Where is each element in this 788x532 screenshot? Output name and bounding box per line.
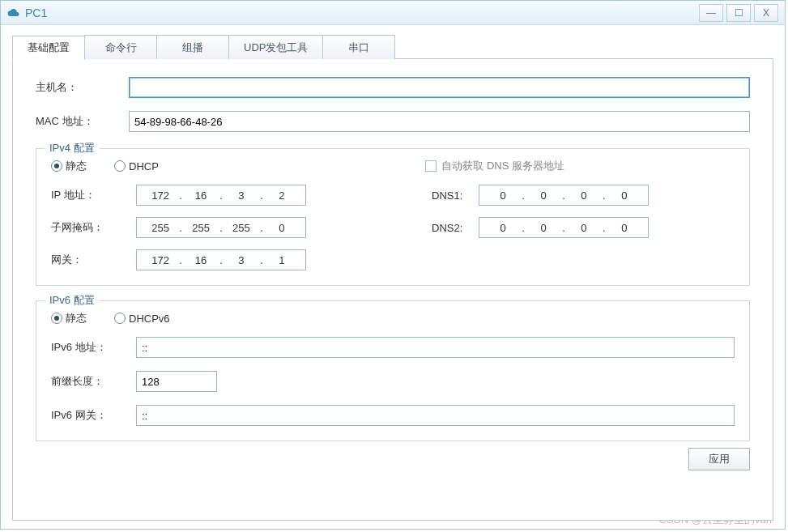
button-label: 应用 bbox=[709, 453, 730, 465]
ip-octet: 255 bbox=[230, 222, 253, 234]
ip-octet: 3 bbox=[230, 254, 253, 266]
app-window: PC1 — ☐ X 基础配置 命令行 组播 UDP发包工具 串口 主机名： MA… bbox=[0, 0, 786, 530]
mac-input[interactable] bbox=[129, 111, 750, 132]
ipv4-mode-row: 静态 DHCP 自动获取 DNS 服务器地址 bbox=[51, 159, 735, 173]
ip-label: IP 地址： bbox=[51, 188, 136, 202]
mask-label: 子网掩码： bbox=[51, 220, 136, 235]
tab-serial[interactable]: 串口 bbox=[322, 35, 395, 59]
ipv6-static-radio[interactable]: 静态 bbox=[51, 311, 87, 326]
hostname-input[interactable] bbox=[129, 77, 750, 98]
subnet-mask-input[interactable]: 255. 255. 255. 0 bbox=[136, 217, 306, 238]
radio-label: 静态 bbox=[66, 159, 87, 173]
ip-octet: 1 bbox=[270, 254, 293, 266]
ipv6-prefix-row: 前缀长度： bbox=[51, 371, 735, 392]
ipv6-addr-input[interactable] bbox=[136, 337, 735, 358]
ip-octet: 0 bbox=[270, 222, 293, 234]
hostname-row: 主机名： bbox=[36, 77, 750, 98]
radio-dot-icon bbox=[51, 313, 62, 324]
ipv4-fieldset: IPv4 配置 静态 DHCP 自动获取 DNS 服务器地址 bbox=[36, 148, 750, 286]
ip-octet: 16 bbox=[190, 254, 212, 266]
ipv6-gw-input[interactable] bbox=[136, 405, 735, 426]
tab-udp-tool[interactable]: UDP发包工具 bbox=[228, 35, 323, 59]
radio-dot-icon bbox=[51, 160, 62, 172]
tab-label: 串口 bbox=[348, 40, 369, 55]
ipv6-dhcp-radio[interactable]: DHCPv6 bbox=[114, 313, 170, 325]
dns1-label: DNS1: bbox=[432, 189, 479, 202]
ipv6-addr-label: IPv6 地址： bbox=[51, 340, 136, 355]
radio-dot-icon bbox=[114, 313, 126, 324]
ip-octet: 3 bbox=[230, 189, 253, 202]
ip-octet: 172 bbox=[149, 254, 172, 266]
ipv6-gw-label: IPv6 网关： bbox=[51, 408, 136, 423]
ip-octet: 0 bbox=[532, 189, 555, 202]
content-area: 基础配置 命令行 组播 UDP发包工具 串口 主机名： MAC 地址： IPv4… bbox=[1, 25, 785, 529]
dns2-input[interactable]: 0. 0. 0. 0 bbox=[479, 217, 649, 238]
ip-octet: 2 bbox=[270, 189, 293, 202]
ipv6-legend: IPv6 配置 bbox=[45, 293, 100, 308]
checkbox-icon bbox=[425, 160, 437, 172]
dns1-input[interactable]: 0. 0. 0. 0 bbox=[479, 185, 649, 206]
tab-label: 命令行 bbox=[105, 40, 137, 55]
auto-dns-checkbox[interactable]: 自动获取 DNS 服务器地址 bbox=[425, 159, 564, 173]
mac-label: MAC 地址： bbox=[36, 114, 129, 129]
close-button[interactable]: X bbox=[754, 4, 778, 22]
ipv6-addr-row: IPv6 地址： bbox=[51, 337, 735, 358]
apply-button[interactable]: 应用 bbox=[688, 448, 750, 470]
ip-octet: 0 bbox=[613, 222, 636, 234]
ip-octet: 255 bbox=[149, 222, 172, 234]
ipv6-prefix-input[interactable] bbox=[136, 371, 217, 392]
ip-dns1-row: IP 地址： 172. 16. 3. 2 DNS1: 0. 0. bbox=[51, 185, 735, 206]
tab-label: 组播 bbox=[182, 40, 203, 55]
ipv4-static-radio[interactable]: 静态 bbox=[51, 159, 87, 173]
tab-basic-config[interactable]: 基础配置 bbox=[12, 36, 85, 60]
ip-octet: 0 bbox=[573, 222, 595, 234]
gateway-row: 网关： 172. 16. 3. 1 bbox=[51, 249, 735, 270]
cloud-icon bbox=[7, 6, 20, 19]
ip-address-input[interactable]: 172. 16. 3. 2 bbox=[136, 185, 306, 206]
ip-octet: 0 bbox=[613, 189, 636, 202]
gateway-input[interactable]: 172. 16. 3. 1 bbox=[136, 249, 306, 270]
tab-cli[interactable]: 命令行 bbox=[84, 35, 157, 59]
radio-label: DHCP bbox=[129, 160, 159, 172]
ip-octet: 0 bbox=[573, 189, 595, 202]
mask-dns2-row: 子网掩码： 255. 255. 255. 0 DNS2: 0. 0. bbox=[51, 217, 735, 238]
tab-panel: 主机名： MAC 地址： IPv4 配置 静态 DHCP bbox=[12, 58, 773, 521]
radio-label: DHCPv6 bbox=[129, 313, 170, 325]
ip-octet: 0 bbox=[532, 222, 555, 234]
title-bar: PC1 — ☐ X bbox=[1, 1, 785, 25]
window-title: PC1 bbox=[25, 6, 47, 19]
checkbox-label: 自动获取 DNS 服务器地址 bbox=[441, 159, 564, 173]
ipv4-dhcp-radio[interactable]: DHCP bbox=[114, 160, 159, 172]
tab-label: UDP发包工具 bbox=[244, 40, 308, 55]
gateway-label: 网关： bbox=[51, 253, 136, 267]
ip-octet: 172 bbox=[149, 189, 172, 202]
tab-bar: 基础配置 命令行 组播 UDP发包工具 串口 bbox=[12, 35, 773, 59]
hostname-label: 主机名： bbox=[36, 80, 129, 95]
ipv6-prefix-label: 前缀长度： bbox=[51, 374, 136, 389]
ipv6-gw-row: IPv6 网关： bbox=[51, 405, 735, 426]
ipv6-mode-row: 静态 DHCPv6 bbox=[51, 311, 735, 326]
radio-label: 静态 bbox=[66, 311, 87, 326]
ip-octet: 255 bbox=[190, 222, 212, 234]
ip-octet: 0 bbox=[492, 189, 514, 202]
ipv4-legend: IPv4 配置 bbox=[45, 141, 100, 155]
apply-row: 应用 bbox=[36, 448, 750, 470]
ip-octet: 0 bbox=[492, 222, 514, 234]
ipv6-fieldset: IPv6 配置 静态 DHCPv6 IPv6 地址： bbox=[36, 300, 750, 441]
maximize-button[interactable]: ☐ bbox=[726, 4, 751, 22]
dns2-label: DNS2: bbox=[432, 222, 479, 234]
tab-multicast[interactable]: 组播 bbox=[156, 35, 229, 59]
radio-dot-icon bbox=[114, 160, 126, 172]
minimize-button[interactable]: — bbox=[699, 4, 723, 22]
mac-row: MAC 地址： bbox=[36, 111, 750, 132]
ip-octet: 16 bbox=[190, 189, 212, 202]
tab-label: 基础配置 bbox=[28, 40, 70, 55]
